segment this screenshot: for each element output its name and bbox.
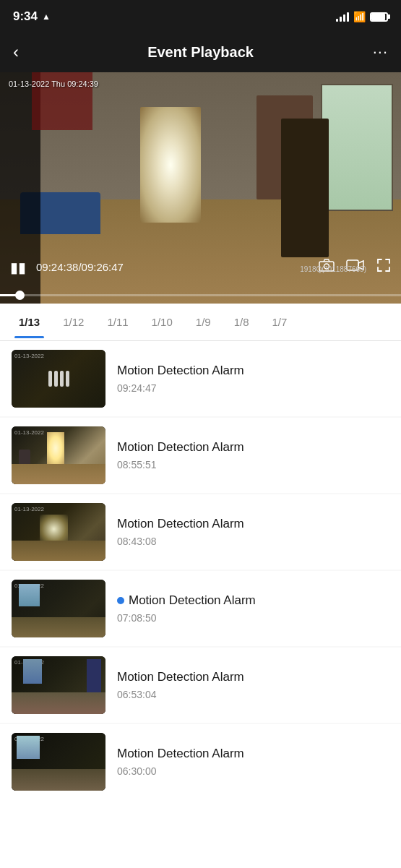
event-title: Motion Detection Alarm (117, 364, 244, 378)
video-progress-fill (0, 294, 20, 296)
date-tabs: 1/13 1/12 1/11 1/10 1/9 1/8 1/7 (0, 304, 401, 341)
date-tab-1-7[interactable]: 1/7 (261, 306, 299, 338)
event-info: Motion Detection Alarm 09:24:47 (105, 364, 389, 394)
play-pause-button[interactable]: ▮▮ (10, 259, 26, 276)
event-info: Motion Detection Alarm 08:43:08 (105, 517, 389, 547)
video-progress-handle[interactable] (15, 291, 25, 300)
date-tab-1-9[interactable]: 1/9 (184, 306, 223, 338)
video-progress-bar[interactable] (0, 294, 401, 296)
date-tab-1-8[interactable]: 1/8 (223, 306, 261, 338)
event-title: Motion Detection Alarm (117, 440, 244, 455)
event-thumbnail: 01-13-2022 (12, 503, 105, 561)
event-time: 06:30:00 (117, 765, 389, 777)
page-title: Event Playback (39, 44, 362, 61)
wifi-icon: 📶 (353, 11, 366, 22)
date-tab-1-13[interactable]: 1/13 (7, 306, 51, 338)
fullscreen-button[interactable] (376, 258, 391, 276)
event-time: 06:53:04 (117, 689, 389, 700)
event-title-row: Motion Detection Alarm (117, 364, 389, 378)
date-tab-1-12[interactable]: 1/12 (51, 306, 95, 338)
event-title-row: Motion Detection Alarm (117, 670, 389, 684)
signal-strength-icon (336, 12, 349, 22)
event-time: 08:55:51 (117, 459, 389, 470)
video-player[interactable]: 01-13-2022 Thu 09:24:39 ▮▮ 09:24:38/09:2… (0, 72, 401, 304)
event-title-row: Motion Detection Alarm (117, 440, 389, 455)
unread-dot (117, 597, 124, 604)
status-icons: 📶 (336, 11, 388, 22)
event-item[interactable]: 01-13-2022 Motion Detection Alarm 08:55:… (0, 418, 401, 493)
event-time: 07:08:50 (117, 612, 389, 624)
event-item[interactable]: 01-13-2022 Motion Detection Alarm 08:43:… (0, 494, 401, 570)
event-title-row: Motion Detection Alarm (117, 747, 389, 761)
nav-bar: ‹ Event Playback ··· (0, 32, 401, 72)
event-title-row: Motion Detection Alarm (117, 517, 389, 531)
event-item[interactable]: 01-13-2022 Motion Detection Alarm 06:30:… (0, 724, 401, 799)
event-thumbnail: 01-13-2022 (12, 580, 105, 637)
date-tab-1-11[interactable]: 1/11 (95, 306, 139, 338)
event-info: Motion Detection Alarm 06:30:00 (105, 747, 389, 777)
video-resolution: 1918Q(J011887669) (300, 265, 366, 273)
event-info: Motion Detection Alarm 07:08:50 (105, 593, 389, 624)
event-list: 01-13-2022 Motion Detection Alarm 09:24:… (0, 341, 401, 799)
status-bar: 9:34 ▲ 📶 (0, 0, 401, 32)
time-display: 9:34 (13, 9, 38, 24)
event-item[interactable]: 01-13-2022 Motion Detection Alarm 09:24:… (0, 341, 401, 416)
battery-icon (370, 12, 388, 22)
event-info: Motion Detection Alarm 06:53:04 (105, 670, 389, 700)
event-time: 09:24:47 (117, 382, 389, 394)
event-time: 08:43:08 (117, 536, 389, 547)
event-title: Motion Detection Alarm (117, 747, 244, 761)
event-item[interactable]: 01-13-2022 Motion Detection Alarm 07:08:… (0, 571, 401, 646)
date-tab-1-10[interactable]: 1/10 (140, 306, 184, 338)
event-thumbnail: 01-13-2022 (12, 350, 105, 408)
event-title: Motion Detection Alarm (129, 593, 256, 608)
event-thumbnail: 01-13-2022 (12, 656, 105, 714)
status-time: 9:34 ▲ (13, 9, 51, 24)
video-time-display: 09:24:38/09:26:47 (36, 261, 124, 273)
location-arrow-icon: ▲ (42, 12, 51, 22)
back-button[interactable]: ‹ (13, 42, 39, 62)
event-title: Motion Detection Alarm (117, 670, 244, 684)
event-title-row: Motion Detection Alarm (117, 593, 389, 608)
event-item[interactable]: 01-13-2022 Motion Detection Alarm 06:53:… (0, 648, 401, 723)
event-thumbnail: 01-13-2022 (12, 733, 105, 791)
event-thumbnail: 01-13-2022 (12, 426, 105, 484)
more-options-button[interactable]: ··· (362, 43, 388, 61)
event-info: Motion Detection Alarm 08:55:51 (105, 440, 389, 470)
video-date-timestamp: 01-13-2022 Thu 09:24:39 (9, 80, 98, 88)
event-title: Motion Detection Alarm (117, 517, 244, 531)
